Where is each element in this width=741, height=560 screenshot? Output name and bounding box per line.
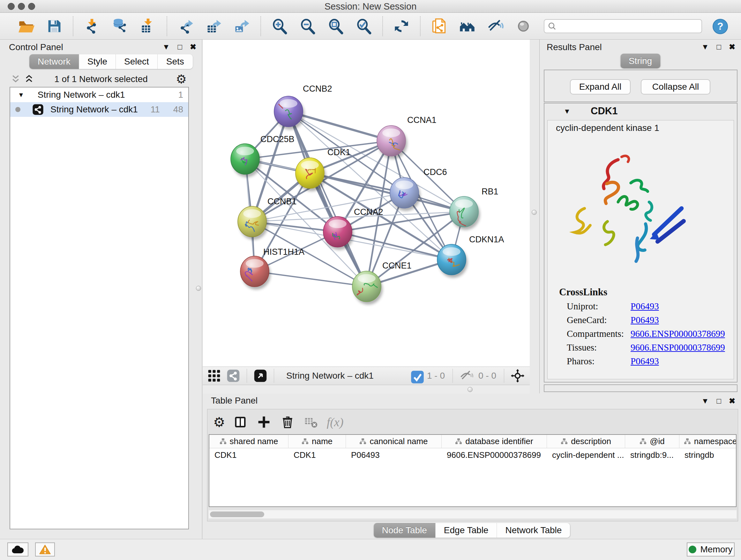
panel-close-icon[interactable]: ✖ [190,43,196,51]
grid-view-icon[interactable] [207,369,221,383]
network-node-CCNB2[interactable]: CCNB2 [274,84,332,130]
function-icon[interactable]: f(x) [327,415,344,429]
network-canvas[interactable]: CCNB2CCNA1CDC25BCDK1CDC6RB1CCNB1CCNA2CDK… [203,40,530,367]
results-close-icon[interactable]: ✖ [729,43,735,51]
configure-icon[interactable]: ⚙ [213,415,225,430]
zoom-selected-icon[interactable] [355,17,373,35]
panel-collapse-icon[interactable]: ▼ [162,43,170,51]
crosslink-link[interactable]: 9606.ENSP00000378699 [630,328,725,339]
panel-float-icon[interactable]: □ [178,43,182,51]
network-node-CCNB1[interactable]: CCNB1 [238,197,297,240]
tab-network[interactable]: Network [29,54,79,69]
show-graphics-icon[interactable] [515,17,532,35]
toolbar-separator [73,16,73,36]
tab-string[interactable]: String [620,54,660,68]
network-node-CCNE1[interactable]: CCNE1 [352,261,412,305]
table-float-icon[interactable]: □ [717,396,721,406]
gene-collapse-caret-icon[interactable]: ▼ [563,107,570,116]
hidden-eye-icon[interactable] [459,369,473,383]
svg-text:RB1: RB1 [482,187,498,196]
help-button[interactable]: ? [712,18,728,35]
network-options-gear-icon[interactable]: ⚙ [176,72,187,86]
network-node-CDC25B[interactable]: CDC25B [231,134,294,177]
delete-table-icon[interactable] [303,414,319,430]
export-table-icon[interactable] [205,17,222,35]
results-panel-title: Results Panel [547,42,602,52]
collapsed-section-stub[interactable] [544,384,738,392]
node-table[interactable]: shared namenamecanonical namedatabase id… [209,434,737,507]
search-box[interactable] [544,19,702,33]
table-horizontal-scrollbar[interactable] [209,510,737,518]
add-icon[interactable] [256,414,272,430]
collection-name: String Network – cdk1 [38,90,125,100]
column-header-description[interactable]: description [547,435,625,448]
string-import-icon[interactable] [430,17,448,35]
column-header-@id[interactable]: @id [625,435,679,448]
column-header-name[interactable]: name [288,435,346,448]
crosslink-link[interactable]: P06493 [630,301,659,312]
selected-nodes-edges-count: 1 - 0 [427,371,445,381]
import-network-icon[interactable] [83,17,100,35]
bottom-splitter-handle[interactable] [468,387,473,392]
expand-all-button[interactable]: Expand All [570,79,630,95]
column-header-canonical-name[interactable]: canonical name [346,435,442,448]
zoom-out-icon[interactable] [299,17,316,35]
network-node-HIST1H1A[interactable]: HIST1H1A [240,247,305,290]
tree-expand-caret-icon[interactable]: ▼ [18,91,24,99]
refresh-network-icon[interactable] [393,17,410,35]
tab-node-table[interactable]: Node Table [374,523,435,538]
crosslink-link[interactable]: P06493 [630,356,659,367]
tab-sets[interactable]: Sets [158,54,193,69]
delete-icon[interactable] [280,414,295,430]
tab-network-table[interactable]: Network Table [497,523,570,538]
zoom-fit-icon[interactable] [327,17,344,35]
crosslink-link[interactable]: 9606.ENSP00000378699 [630,342,725,353]
selected-checkbox-icon[interactable] [410,370,422,381]
birdseye-view-icon[interactable] [253,369,267,383]
svg-text:CDC6: CDC6 [423,167,447,177]
network-collection-row[interactable]: ▼ String Network – cdk1 1 [10,87,188,102]
column-header-namespace[interactable]: namespace [679,435,737,448]
right-splitter-handle[interactable] [532,210,537,215]
cloud-button[interactable] [7,543,28,557]
search-input[interactable] [556,20,698,32]
share-view-icon[interactable] [226,369,240,383]
network-node-CDKN1A[interactable]: CDKN1A [437,235,504,278]
table-collapse-icon[interactable]: ▼ [701,396,709,406]
table-row[interactable]: CDK1CDK1P064939606.ENSP00000378699cyclin… [209,448,736,462]
import-database-icon[interactable] [111,17,129,35]
crosslink-link[interactable]: P06493 [630,315,659,325]
results-float-icon[interactable]: □ [717,43,721,51]
warnings-button[interactable] [35,543,55,557]
tab-style[interactable]: Style [79,54,116,69]
scrollbar-thumb[interactable] [210,511,264,517]
open-session-icon[interactable] [17,17,35,35]
table-close-icon[interactable]: ✖ [729,396,735,406]
left-splitter-handle[interactable] [196,286,201,291]
home-icon[interactable] [459,17,476,35]
control-panel-title: Control Panel [9,42,63,52]
pan-tool-icon[interactable] [511,369,525,383]
expand-collapse-box: Expand All Collapse All [544,70,738,102]
table-panel: Table Panel ▼ □ ✖ ⚙f(x) shared namenamec… [203,394,741,539]
crosslink-label: GeneCard: [567,315,630,325]
network-node-RB1[interactable]: RB1 [450,187,498,230]
collapse-all-button[interactable]: Collapse All [641,79,711,95]
gene-header[interactable]: ▼ CDK1 [544,104,737,119]
hide-selected-icon[interactable] [487,17,504,35]
export-image-icon[interactable] [233,17,251,35]
save-session-icon[interactable] [46,17,63,35]
network-row[interactable]: String Network – cdk1 11 48 [10,102,188,117]
results-collapse-icon[interactable]: ▼ [701,43,709,51]
tab-edge-table[interactable]: Edge Table [435,523,497,538]
network-node-CCNA1[interactable]: CCNA1 [377,115,436,159]
memory-button[interactable]: Memory [687,543,735,557]
zoom-in-icon[interactable] [271,17,288,35]
column-header-shared-name[interactable]: shared name [209,435,288,448]
horizontal-splitter[interactable] [203,385,530,394]
tab-select[interactable]: Select [116,54,158,69]
import-table-icon[interactable] [139,17,157,35]
columns-icon[interactable] [232,414,248,430]
export-network-icon[interactable] [177,17,194,35]
column-header-database-identifier[interactable]: database identifier [442,435,547,448]
